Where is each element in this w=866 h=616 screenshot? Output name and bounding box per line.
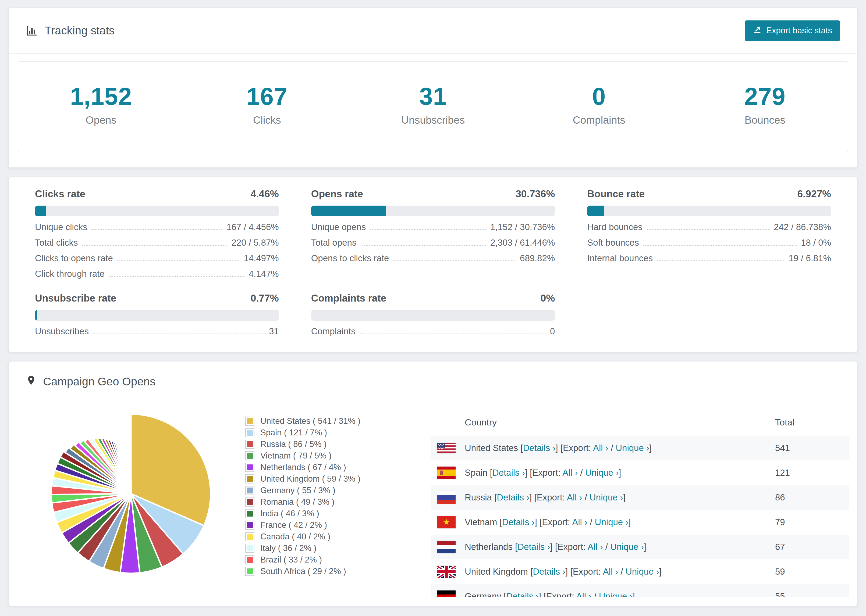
total-cell: 86 [775,492,849,503]
details-link[interactable]: Details › [506,591,539,597]
dotted-leader [117,261,239,261]
legend-swatch [245,486,254,495]
export-basic-stats-button[interactable]: Export basic stats [745,20,840,41]
country-cell: United States [Details ›] [Export: All ›… [465,443,775,453]
legend-label: India ( 46 / 3% ) [260,509,319,519]
opens-rate-block: Opens rate 30.736% Unique opens 1,152 / … [311,189,555,279]
country-column-header: Country [465,417,775,427]
rate-row-label: Complaints [311,327,356,336]
rate-row-value: 31 [269,327,279,336]
country-cell: Germany [Details ›] [Export: All › / Uni… [465,591,775,597]
legend-item: Netherlands ( 67 / 4% ) [245,462,412,472]
legend-label: Netherlands ( 67 / 4% ) [260,462,346,472]
rate-row: Total clicks 220 / 5.87% [35,238,279,248]
complaints-label: Complaints [516,114,682,126]
tracking-stats-header: Tracking stats Export basic stats [9,8,857,54]
geo-table-row: Russia [Details ›] [Export: All › / Uniq… [431,485,849,510]
legend-label: Russia ( 86 / 5% ) [260,439,326,449]
opens-label: Opens [18,114,184,126]
clicks-rate-rows: Unique clicks 167 / 4.456% Total clicks … [35,222,279,279]
progress-fill [587,206,604,216]
export-unique-link[interactable]: Unique › [595,517,628,527]
rate-row-label: Hard bounces [587,222,642,232]
legend-label: France ( 42 / 2% ) [260,520,327,530]
legend-item: Canada ( 40 / 2% ) [245,532,412,542]
rate-row: Opens to clicks rate 689.82% [311,253,555,263]
rate-row-value: 4.147% [249,269,279,279]
geo-table-row: United States [Details ›] [Export: All ›… [431,436,849,460]
details-link[interactable]: Details › [502,517,535,527]
details-link[interactable]: Details › [497,492,529,502]
export-all-link[interactable]: All › [567,492,582,502]
rate-row-label: Unique clicks [35,222,87,232]
ru-flag-icon [437,491,456,504]
export-all-link[interactable]: All › [587,542,603,552]
rate-row-value: 167 / 4.456% [227,222,279,232]
export-all-link[interactable]: All › [593,443,608,453]
country-cell: Netherlands [Details ›] [Export: All › /… [465,542,775,552]
campaign-geo-opens-panel: Campaign Geo Opens United States ( 541 /… [8,361,858,606]
rate-row-label: Total clicks [35,238,78,248]
opens-rate-title: Opens rate [311,189,363,200]
rate-row: Complaints 0 [311,327,555,336]
unsubscribe-rate-rows: Unsubscribes 31 [35,327,279,336]
unsubscribe-rate-title: Unsubscribe rate [35,293,116,304]
rate-row-label: Soft bounces [587,238,639,248]
de-flag-icon [437,591,456,597]
export-unique-link[interactable]: Unique › [610,542,644,552]
rate-row-label: Unsubscribes [35,327,89,336]
legend-swatch [245,416,254,426]
bounce-rate-value: 6.927% [797,189,831,200]
campaign-overview-page: { "colors": { "accent_teal": "#11829b", … [0,0,866,616]
total-cell: 59 [775,567,849,577]
export-unique-link[interactable]: Unique › [585,468,619,478]
geo-table-body: United States [Details ›] [Export: All ›… [431,436,849,597]
legend-label: Romania ( 49 / 3% ) [260,497,335,507]
country-cell: Vietnam [Details ›] [Export: All › / Uni… [465,517,775,527]
tracking-stats-panel: Tracking stats Export basic stats 1,152 … [8,8,858,168]
bounce-rate-title: Bounce rate [587,189,645,200]
total-column-header: Total [775,417,849,427]
complaints-rate-value: 0% [540,293,555,304]
export-unique-link[interactable]: Unique › [625,567,659,577]
unsubscribe-rate-block: Unsubscribe rate 0.77% Unsubscribes 31 [35,293,279,336]
legend-item: United Kingdom ( 59 / 3% ) [245,474,412,484]
legend-swatch [245,475,254,484]
nl-flag-icon [437,541,456,553]
export-all-link[interactable]: All › [603,567,618,577]
export-unique-link[interactable]: Unique › [599,591,633,597]
rate-row: Unsubscribes 31 [35,327,279,336]
legend-swatch [245,509,254,518]
complaints-rate-title: Complaints rate [311,293,386,304]
export-button-label: Export basic stats [766,26,832,36]
dotted-leader [361,245,486,246]
country-cell: Spain [Details ›] [Export: All › / Uniqu… [465,468,775,478]
export-all-link[interactable]: All › [572,517,587,527]
legend-label: Italy ( 36 / 2% ) [260,544,316,553]
rate-row-label: Opens to clicks rate [311,253,389,263]
dotted-leader [360,333,546,334]
complaints-rate-rows: Complaints 0 [311,327,555,336]
complaints-rate-block: Complaints rate 0% Complaints 0 [311,293,555,336]
legend-label: Vietnam ( 79 / 5% ) [260,451,332,460]
details-link[interactable]: Details › [518,542,550,552]
export-all-link[interactable]: All › [562,468,578,478]
rate-row: Unique clicks 167 / 4.456% [35,222,279,232]
legend-swatch [245,544,254,553]
rate-row-label: Total opens [311,238,357,248]
legend-label: United Kingdom ( 59 / 3% ) [260,474,361,484]
legend-swatch [245,440,254,449]
legend-label: Canada ( 40 / 2% ) [260,532,330,542]
unsubscribes-count: 31 [350,83,516,110]
rate-row: Unique opens 1,152 / 30.736% [311,222,555,232]
export-unique-link[interactable]: Unique › [589,492,623,502]
dotted-leader [657,261,784,261]
dotted-leader [93,333,265,334]
export-all-link[interactable]: All › [576,591,591,597]
details-link[interactable]: Details › [493,468,525,478]
details-link[interactable]: Details › [533,567,565,577]
tracking-stats-title: Tracking stats [26,24,115,37]
export-unique-link[interactable]: Unique › [616,443,649,453]
details-link[interactable]: Details › [523,443,555,453]
export-icon [753,25,762,36]
